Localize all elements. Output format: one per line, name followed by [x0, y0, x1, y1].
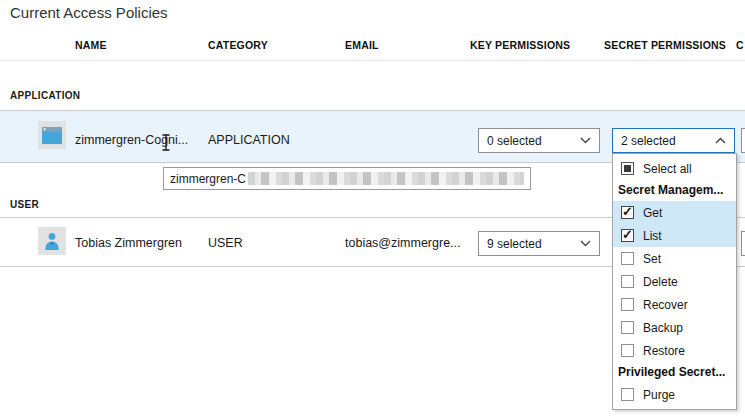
option-label: Select all: [643, 162, 692, 176]
column-header-category: CATEGORY: [208, 39, 268, 51]
option-label: Delete: [643, 275, 678, 289]
checkbox-icon[interactable]: [621, 388, 634, 401]
select-value: 9 selected: [487, 237, 542, 251]
section-label-application: APPLICATION: [10, 90, 80, 101]
key-permissions-select-application[interactable]: 0 selected: [478, 128, 600, 153]
option-label: Get: [643, 206, 662, 220]
certificate-permissions-select-partial-application[interactable]: [741, 128, 745, 153]
chevron-up-icon: [715, 137, 726, 144]
certificate-permissions-select-partial-user[interactable]: [741, 231, 745, 256]
option-label: Purge: [643, 388, 675, 402]
column-header-key-permissions: KEY PERMISSIONS: [470, 39, 570, 51]
dropdown-option-list[interactable]: List: [613, 224, 736, 247]
policy-category: APPLICATION: [208, 133, 290, 147]
name-tooltip: zimmergren-C: [163, 167, 531, 190]
column-header-secret-permissions: SECRET PERMISSIONS: [604, 39, 726, 51]
group-header-secret-management: Secret Managem...: [613, 180, 736, 201]
policy-name[interactable]: zimmergren-Cogni...: [75, 133, 188, 147]
dropdown-option-set[interactable]: Set: [613, 247, 736, 270]
column-header-certificate-partial: C: [736, 39, 744, 51]
dropdown-option-delete[interactable]: Delete: [613, 270, 736, 293]
dropdown-option-restore[interactable]: Restore: [613, 339, 736, 362]
checkbox-icon[interactable]: [621, 252, 634, 265]
dropdown-option-backup[interactable]: Backup: [613, 316, 736, 339]
tooltip-text: zimmergren-C: [170, 172, 246, 186]
select-value: 2 selected: [621, 134, 676, 148]
secret-permissions-dropdown: Select all Secret Managem... Get List Se…: [612, 153, 737, 410]
option-label: List: [643, 229, 662, 243]
header-divider: [0, 60, 745, 61]
checkbox-icon[interactable]: [621, 321, 634, 334]
page-title: Current Access Policies: [10, 4, 168, 21]
chevron-down-icon: [580, 240, 591, 247]
key-permissions-select-user[interactable]: 9 selected: [478, 231, 600, 256]
option-label: Set: [643, 252, 661, 266]
checkbox-icon[interactable]: [621, 275, 634, 288]
checkbox-icon[interactable]: [621, 344, 634, 357]
text-cursor-icon: [161, 134, 171, 151]
application-icon: [38, 121, 66, 149]
checkbox-icon[interactable]: [621, 206, 634, 219]
checkbox-icon[interactable]: [621, 298, 634, 311]
select-value: 0 selected: [487, 134, 542, 148]
option-label: Recover: [643, 298, 688, 312]
dropdown-option-purge[interactable]: Purge: [613, 383, 736, 406]
user-icon: [38, 227, 66, 255]
option-label: Restore: [643, 344, 685, 358]
secret-permissions-select-application[interactable]: 2 selected: [612, 128, 735, 153]
dropdown-option-get[interactable]: Get: [613, 201, 736, 224]
section-label-user: USER: [10, 199, 39, 210]
policy-category: USER: [208, 236, 243, 250]
select-all-option[interactable]: Select all: [613, 157, 736, 180]
access-policies-panel: Current Access Policies NAME CATEGORY EM…: [0, 0, 745, 418]
policy-email: tobias@zimmergre...: [345, 236, 461, 250]
chevron-down-icon: [580, 137, 591, 144]
redacted-text-blur: [248, 172, 524, 185]
indeterminate-checkbox-icon[interactable]: [621, 162, 634, 175]
group-header-privileged-secret: Privileged Secret...: [613, 362, 736, 383]
column-header-email: EMAIL: [345, 39, 379, 51]
checkbox-icon[interactable]: [621, 229, 634, 242]
policy-name[interactable]: Tobias Zimmergren: [75, 236, 182, 250]
option-label: Backup: [643, 321, 683, 335]
dropdown-option-recover[interactable]: Recover: [613, 293, 736, 316]
column-header-name: NAME: [75, 39, 107, 51]
